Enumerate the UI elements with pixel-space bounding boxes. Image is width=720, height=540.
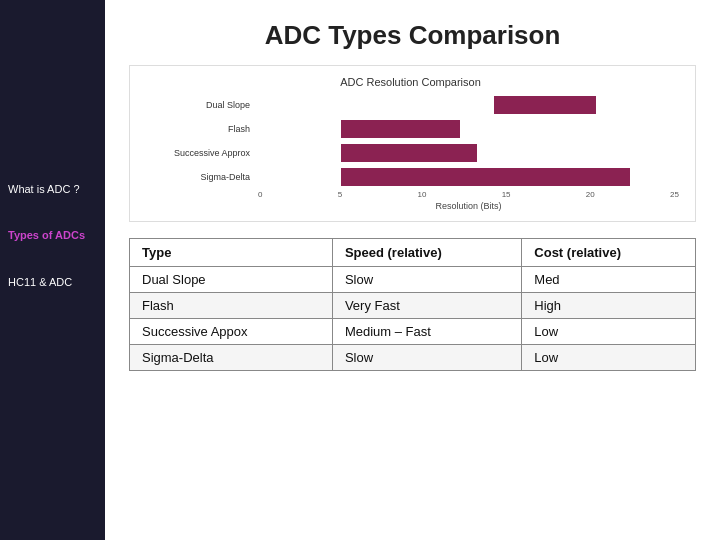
table-cell: Dual Slope	[130, 267, 333, 293]
table-cell: High	[522, 293, 696, 319]
table-row: Successive AppoxMedium – FastLow	[130, 319, 696, 345]
chart-title: ADC Resolution Comparison	[140, 76, 681, 88]
chart-bar-label: Sigma-Delta	[140, 172, 250, 182]
chart-bar-area	[256, 120, 681, 138]
table-cell: Slow	[332, 345, 521, 371]
chart-bar	[341, 168, 630, 186]
chart-axis-labels: 0510152025	[256, 190, 681, 199]
chart-bar-label: Flash	[140, 124, 250, 134]
comparison-table: TypeSpeed (relative)Cost (relative) Dual…	[129, 238, 696, 371]
table-header-cell: Cost (relative)	[522, 239, 696, 267]
table-header-cell: Speed (relative)	[332, 239, 521, 267]
chart-axis-label: 25	[670, 190, 679, 199]
table-cell: Very Fast	[332, 293, 521, 319]
table-cell: Sigma-Delta	[130, 345, 333, 371]
table-cell: Low	[522, 345, 696, 371]
chart-axis-label: 15	[502, 190, 511, 199]
table-cell: Flash	[130, 293, 333, 319]
chart-axis-label: 20	[586, 190, 595, 199]
chart-xlabel: Resolution (Bits)	[256, 201, 681, 211]
table-cell: Slow	[332, 267, 521, 293]
chart-bar	[494, 96, 596, 114]
table-row: Dual SlopeSlowMed	[130, 267, 696, 293]
chart-row: Dual Slope	[140, 96, 681, 114]
chart-bar-label: Successive Approx	[140, 148, 250, 158]
sidebar-item-hc11-adc[interactable]: HC11 & ADC	[0, 273, 105, 291]
sidebar-item-what-is-adc[interactable]: What is ADC ?	[0, 180, 105, 198]
chart-container: ADC Resolution Comparison Dual SlopeFlas…	[129, 65, 696, 222]
chart-axis-label: 5	[338, 190, 342, 199]
table-cell: Medium – Fast	[332, 319, 521, 345]
sidebar-item-types-of-adcs[interactable]: Types of ADCs	[0, 226, 105, 244]
main-content: ADC Types Comparison ADC Resolution Comp…	[105, 0, 720, 540]
chart-row: Sigma-Delta	[140, 168, 681, 186]
chart-axis-label: 10	[417, 190, 426, 199]
table-cell: Low	[522, 319, 696, 345]
table-body: Dual SlopeSlowMedFlashVery FastHighSucce…	[130, 267, 696, 371]
chart-axis: 0510152025	[256, 190, 681, 199]
chart-bar	[341, 120, 460, 138]
chart-axis-label: 0	[258, 190, 262, 199]
sidebar: What is ADC ?Types of ADCsHC11 & ADC	[0, 0, 105, 540]
table-row: FlashVery FastHigh	[130, 293, 696, 319]
page-title: ADC Types Comparison	[129, 20, 696, 51]
chart-bar	[341, 144, 477, 162]
table-cell: Successive Appox	[130, 319, 333, 345]
table-row: Sigma-DeltaSlowLow	[130, 345, 696, 371]
chart-row: Successive Approx	[140, 144, 681, 162]
chart-bar-area	[256, 96, 681, 114]
chart-row: Flash	[140, 120, 681, 138]
chart-bar-area	[256, 168, 681, 186]
table-header-row: TypeSpeed (relative)Cost (relative)	[130, 239, 696, 267]
table-header-cell: Type	[130, 239, 333, 267]
table-cell: Med	[522, 267, 696, 293]
chart-inner: Dual SlopeFlashSuccessive ApproxSigma-De…	[140, 96, 681, 186]
chart-bar-label: Dual Slope	[140, 100, 250, 110]
chart-bar-area	[256, 144, 681, 162]
